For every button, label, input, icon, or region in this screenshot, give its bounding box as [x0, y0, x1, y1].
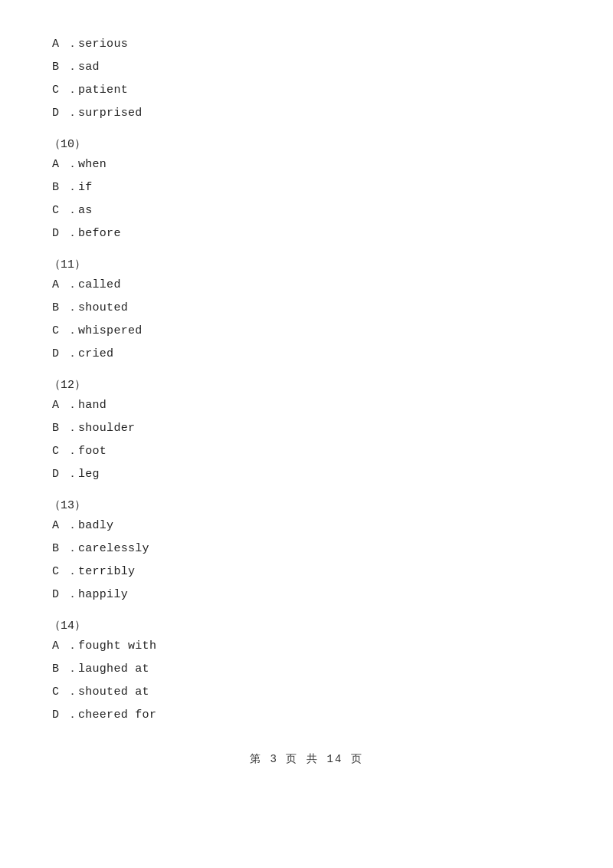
option-4-c: C ．terribly [46, 563, 567, 581]
page-footer: 第 3 页 共 14 页 [46, 752, 567, 766]
question-number-5: （14） [46, 618, 567, 633]
option-4-b: B ．carelessly [46, 540, 567, 558]
option-1-a: A ．when [46, 156, 567, 174]
question-number-3: （12） [46, 377, 567, 392]
option-1-c: C ．as [46, 202, 567, 220]
option-5-a: A ．fought with [46, 637, 567, 656]
option-2-b: B ．shouted [46, 299, 567, 317]
option-4-d: D ．happily [46, 586, 567, 604]
question-number-1: （10） [46, 136, 567, 151]
option-5-c: C ．shouted at [46, 683, 567, 702]
option-3-c: C ．foot [46, 442, 567, 461]
option-2-a: A ．called [46, 276, 567, 294]
option-0-b: B ．sad [46, 58, 567, 77]
option-3-a: A ．hand [46, 396, 567, 415]
option-0-d: D ．surprised [46, 104, 567, 123]
option-2-c: C ．whispered [46, 322, 567, 340]
option-0-a: A ．serious [46, 35, 567, 54]
option-2-d: D ．cried [46, 345, 567, 363]
option-4-a: A ．badly [46, 517, 567, 535]
option-0-c: C ．patient [46, 81, 567, 100]
option-1-d: D ．before [46, 225, 567, 243]
option-3-b: B ．shoulder [46, 419, 567, 438]
option-5-b: B ．laughed at [46, 660, 567, 679]
option-1-b: B ．if [46, 179, 567, 197]
question-number-4: （13） [46, 498, 567, 512]
question-number-2: （11） [46, 257, 567, 271]
option-5-d: D ．cheered for [46, 706, 567, 725]
option-3-d: D ．leg [46, 465, 567, 484]
